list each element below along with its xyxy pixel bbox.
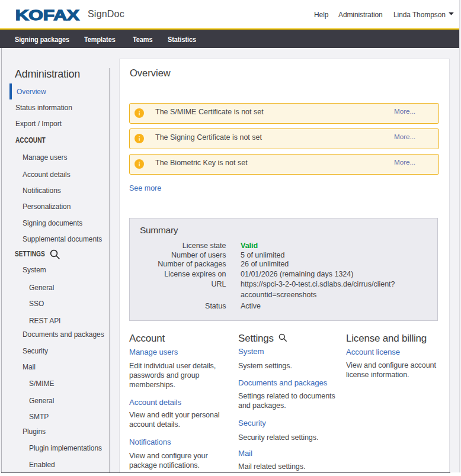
svg-text:KOFAX: KOFAX (16, 8, 79, 22)
